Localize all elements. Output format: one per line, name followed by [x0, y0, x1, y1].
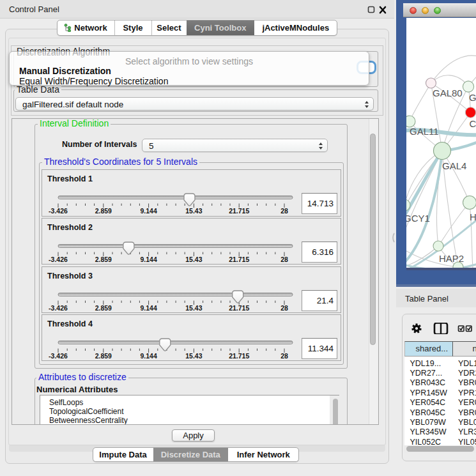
svg-text:28: 28	[280, 303, 288, 311]
svg-text:-3.426: -3.426	[49, 352, 68, 360]
svg-text:28: 28	[280, 256, 288, 263]
svg-text:21.715: 21.715	[229, 256, 249, 263]
svg-text:GCY1: GCY1	[406, 213, 430, 224]
svg-text:-3.426: -3.426	[49, 303, 68, 311]
svg-text:GAL80: GAL80	[433, 88, 463, 98]
svg-text:9.144: 9.144	[140, 256, 157, 263]
svg-text:C: C	[470, 118, 476, 129]
svg-text:15.43: 15.43	[185, 206, 202, 214]
svg-text:2.859: 2.859	[95, 352, 112, 360]
svg-text:-3.426: -3.426	[49, 206, 68, 214]
svg-text:2.859: 2.859	[95, 256, 112, 263]
svg-text:2.859: 2.859	[95, 206, 112, 214]
svg-text:GA: GA	[469, 92, 476, 103]
svg-text:2.859: 2.859	[95, 303, 112, 311]
svg-text:28: 28	[280, 352, 288, 360]
svg-text:GAL11: GAL11	[410, 126, 439, 137]
svg-text:28: 28	[280, 206, 288, 214]
svg-text:9.144: 9.144	[140, 303, 157, 311]
svg-text:9.144: 9.144	[140, 352, 157, 360]
svg-text:15.43: 15.43	[185, 352, 202, 360]
svg-text:21.715: 21.715	[229, 206, 249, 214]
svg-text:HI: HI	[470, 211, 476, 222]
svg-text:15.43: 15.43	[185, 303, 202, 311]
svg-text:15.43: 15.43	[185, 256, 202, 263]
svg-text:9.144: 9.144	[140, 206, 157, 214]
svg-text:-3.426: -3.426	[49, 256, 68, 263]
svg-text:HAP2: HAP2	[439, 253, 464, 264]
svg-text:21.715: 21.715	[229, 303, 249, 311]
svg-text:GAL4: GAL4	[442, 160, 466, 171]
svg-text:21.715: 21.715	[229, 352, 249, 360]
